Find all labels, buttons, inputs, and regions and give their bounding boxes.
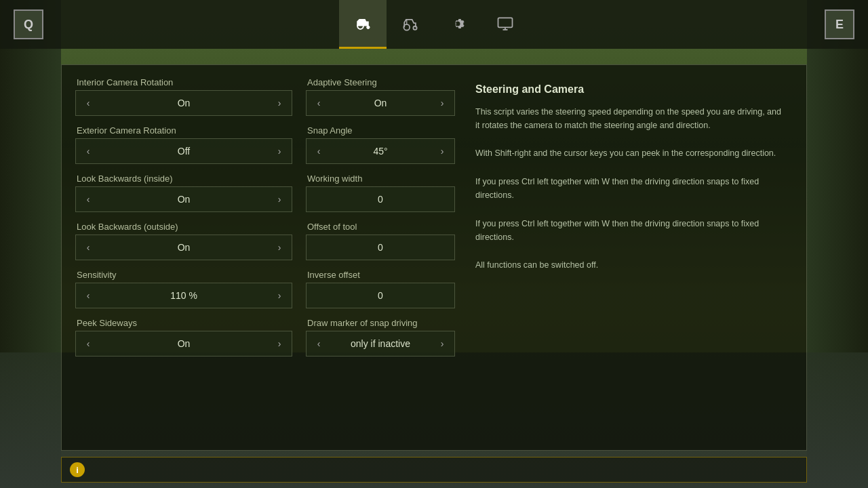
inverse-offset-label: Inverse offset (306, 270, 455, 280)
look-backwards-outside-control: ‹ On › (75, 235, 292, 260)
peek-sideways-label: Peek Sideways (75, 318, 292, 328)
inverse-offset-value: 0 (307, 285, 454, 306)
nav-tabs (339, 0, 529, 49)
peek-sideways-left[interactable]: ‹ (76, 331, 100, 357)
exterior-camera-rotation-value: Off (100, 146, 267, 157)
snap-angle-right[interactable]: › (430, 138, 454, 164)
tab-settings[interactable] (434, 0, 481, 49)
look-backwards-inside-control: ‹ On › (75, 186, 292, 212)
adaptive-steering-label: Adaptive Steering (306, 77, 455, 87)
look-backwards-inside-right[interactable]: › (267, 186, 292, 212)
peek-sideways-right[interactable]: › (267, 331, 292, 357)
left-column: Interior Camera Rotation ‹ On › Exterior… (75, 77, 292, 438)
svg-rect-3 (498, 18, 513, 27)
interior-camera-rotation-right[interactable]: › (267, 90, 292, 116)
offset-of-tool-control: 0 (306, 235, 455, 260)
look-backwards-outside-value: On (100, 242, 267, 253)
offset-of-tool-label: Offset of tool (306, 222, 455, 232)
setting-peek-sideways: Peek Sideways ‹ On › (75, 318, 292, 357)
working-width-control: 0 (306, 186, 455, 212)
sensitivity-control: ‹ 110 % › (75, 283, 292, 308)
peek-sideways-control: ‹ On › (75, 331, 292, 357)
description-text: This script varies the steering speed de… (475, 105, 786, 273)
setting-exterior-camera-rotation: Exterior Camera Rotation ‹ Off › (75, 125, 292, 164)
setting-snap-angle: Snap Angle ‹ 45° › (306, 125, 455, 164)
setting-working-width: Working width 0 (306, 174, 455, 212)
working-width-label: Working width (306, 174, 455, 184)
snap-angle-label: Snap Angle (306, 125, 455, 136)
sensitivity-left[interactable]: ‹ (76, 283, 100, 308)
setting-interior-camera-rotation: Interior Camera Rotation ‹ On › (75, 77, 292, 116)
sensitivity-value: 110 % (100, 290, 267, 301)
peek-sideways-value: On (100, 338, 267, 349)
interior-camera-rotation-label: Interior Camera Rotation (75, 77, 292, 87)
draw-marker-label: Draw marker of snap driving (306, 318, 455, 328)
look-backwards-outside-left[interactable]: ‹ (76, 235, 100, 260)
look-backwards-inside-label: Look Backwards (inside) (75, 174, 292, 184)
adaptive-steering-right[interactable]: › (430, 90, 454, 116)
exterior-camera-rotation-left[interactable]: ‹ (76, 138, 100, 164)
draw-marker-value: only if inactive (331, 338, 430, 349)
setting-look-backwards-outside: Look Backwards (outside) ‹ On › (75, 222, 292, 260)
inverse-offset-control: 0 (306, 283, 455, 308)
exterior-camera-rotation-label: Exterior Camera Rotation (75, 125, 292, 136)
setting-inverse-offset: Inverse offset 0 (306, 270, 455, 308)
tractor-small-icon (353, 14, 372, 33)
setting-look-backwards-inside: Look Backwards (inside) ‹ On › (75, 174, 292, 212)
sensitivity-label: Sensitivity (75, 270, 292, 280)
tab-vehicle[interactable] (339, 0, 387, 49)
description-panel: Steering and Camera This script varies t… (469, 77, 793, 438)
interior-camera-rotation-left[interactable]: ‹ (76, 90, 100, 116)
interior-camera-rotation-value: On (100, 98, 267, 108)
exterior-camera-rotation-control: ‹ Off › (75, 138, 292, 164)
setting-sensitivity: Sensitivity ‹ 110 % › (75, 270, 292, 308)
svg-rect-0 (359, 20, 364, 22)
look-backwards-outside-right[interactable]: › (267, 235, 292, 260)
setting-draw-marker: Draw marker of snap driving ‹ only if in… (306, 318, 455, 357)
draw-marker-control: ‹ only if inactive › (306, 331, 455, 357)
adaptive-steering-left[interactable]: ‹ (307, 90, 331, 116)
bottom-info-bar: i (61, 457, 807, 483)
sensitivity-right[interactable]: › (267, 283, 292, 308)
look-backwards-outside-label: Look Backwards (outside) (75, 222, 292, 232)
tractor-big-icon (401, 14, 420, 33)
snap-angle-value: 45° (331, 146, 430, 157)
offset-of-tool-value: 0 (307, 237, 454, 258)
setting-offset-of-tool: Offset of tool 0 (306, 222, 455, 260)
snap-angle-control: ‹ 45° › (306, 138, 455, 164)
gear-icon (448, 14, 467, 33)
info-icon: i (70, 462, 85, 477)
settings-panel: Interior Camera Rotation ‹ On › Exterior… (61, 64, 807, 451)
interior-camera-rotation-control: ‹ On › (75, 90, 292, 116)
setting-adaptive-steering: Adaptive Steering ‹ On › (306, 77, 455, 116)
tab-tractor[interactable] (387, 0, 434, 49)
tab-display[interactable] (481, 0, 529, 49)
e-button[interactable]: E (825, 9, 854, 39)
exterior-camera-rotation-right[interactable]: › (267, 138, 292, 164)
description-title: Steering and Camera (475, 81, 786, 98)
adaptive-steering-value: On (331, 98, 430, 108)
look-backwards-inside-left[interactable]: ‹ (76, 186, 100, 212)
q-button[interactable]: Q (14, 9, 43, 39)
settings-content: Interior Camera Rotation ‹ On › Exterior… (62, 65, 806, 450)
top-navigation: Q (0, 0, 868, 49)
draw-marker-right[interactable]: › (430, 331, 454, 357)
mid-column: Adaptive Steering ‹ On › Snap Angle ‹ 45… (306, 77, 455, 438)
look-backwards-inside-value: On (100, 194, 267, 205)
monitor-icon (496, 14, 515, 33)
draw-marker-left[interactable]: ‹ (307, 331, 331, 357)
working-width-value: 0 (307, 188, 454, 210)
snap-angle-left[interactable]: ‹ (307, 138, 331, 164)
adaptive-steering-control: ‹ On › (306, 90, 455, 116)
